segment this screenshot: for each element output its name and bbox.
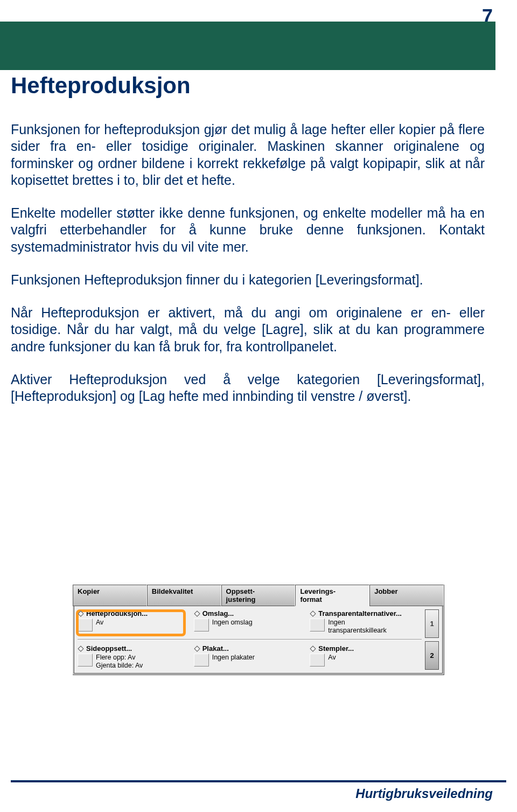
page-button-1[interactable]: 1 xyxy=(425,609,439,638)
tab-jobber[interactable]: Jobber xyxy=(369,585,444,606)
option-stempler[interactable]: Stempler... Av xyxy=(310,644,422,670)
option-detail: Av xyxy=(328,654,336,662)
option-detail: Ingen transparentskilleark xyxy=(328,619,386,635)
printer-ui-panel: Kopier Bildekvalitet Oppsett- justering … xyxy=(73,585,444,675)
option-title: Omslag... xyxy=(202,609,234,617)
option-detail: Av xyxy=(96,619,103,627)
page-buttons: 1 2 xyxy=(425,609,439,670)
diamond-icon xyxy=(194,646,200,651)
tab-bildekvalitet[interactable]: Bildekvalitet xyxy=(147,585,221,606)
option-detail: Flere opp: Av Gjenta bilde: Av xyxy=(96,654,143,670)
option-title: Plakat... xyxy=(202,644,229,653)
option-thumb-icon xyxy=(194,619,209,631)
diamond-icon xyxy=(78,610,83,616)
footer-label: Hurtigbruksveiledning xyxy=(355,786,493,801)
page-button-2[interactable]: 2 xyxy=(425,641,439,670)
option-transparent[interactable]: Transparentalternativer... Ingen transpa… xyxy=(310,609,422,635)
option-omslag[interactable]: Omslag... Ingen omslag xyxy=(194,609,306,635)
tab-kopier[interactable]: Kopier xyxy=(73,585,147,606)
diamond-icon xyxy=(310,646,316,651)
page-title: Hefteproduksjon xyxy=(11,73,191,99)
option-title: Transparentalternativer... xyxy=(318,609,402,617)
header-bar xyxy=(0,22,495,70)
option-sideoppsett[interactable]: Sideoppsett... Flere opp: Av Gjenta bild… xyxy=(78,644,190,670)
paragraph: Aktiver Hefteproduksjon ved å velge kate… xyxy=(11,371,485,405)
body-text: Funksjonen for hefteproduksjon gjør det … xyxy=(11,121,485,421)
diamond-icon xyxy=(194,610,200,616)
tab-leveringsformat[interactable]: Leverings- format xyxy=(295,585,369,606)
tab-oppsettjustering[interactable]: Oppsett- justering xyxy=(221,585,296,606)
option-thumb-icon xyxy=(78,654,93,667)
paragraph: Funksjonen for hefteproduksjon gjør det … xyxy=(11,121,485,189)
diamond-icon xyxy=(78,646,83,651)
tab-bar: Kopier Bildekvalitet Oppsett- justering … xyxy=(73,585,444,606)
option-thumb-icon xyxy=(310,654,325,667)
option-plakat[interactable]: Plakat... Ingen plakater xyxy=(194,644,306,670)
option-title: Sideoppsett... xyxy=(86,644,132,653)
option-title: Stempler... xyxy=(318,644,354,653)
paragraph: Enkelte modeller støtter ikke denne funk… xyxy=(11,205,485,255)
option-thumb-icon xyxy=(310,619,325,631)
footer-rule xyxy=(11,780,506,782)
option-hefteproduksjon[interactable]: Hefteproduksjon... Av xyxy=(78,609,190,635)
option-thumb-icon xyxy=(194,654,209,667)
diamond-icon xyxy=(310,610,316,616)
option-thumb-icon xyxy=(78,619,93,631)
option-detail: Ingen omslag xyxy=(212,619,253,627)
divider xyxy=(78,639,422,640)
options-panel: Hefteproduksjon... Av Omslag... Ingen om… xyxy=(74,606,443,674)
option-detail: Ingen plakater xyxy=(212,654,255,662)
paragraph: Funksjonen Hefteproduksjon finner du i k… xyxy=(11,272,485,288)
option-title: Hefteproduksjon... xyxy=(86,609,148,617)
paragraph: Når Hefteproduksjon er aktivert, må du a… xyxy=(11,304,485,355)
